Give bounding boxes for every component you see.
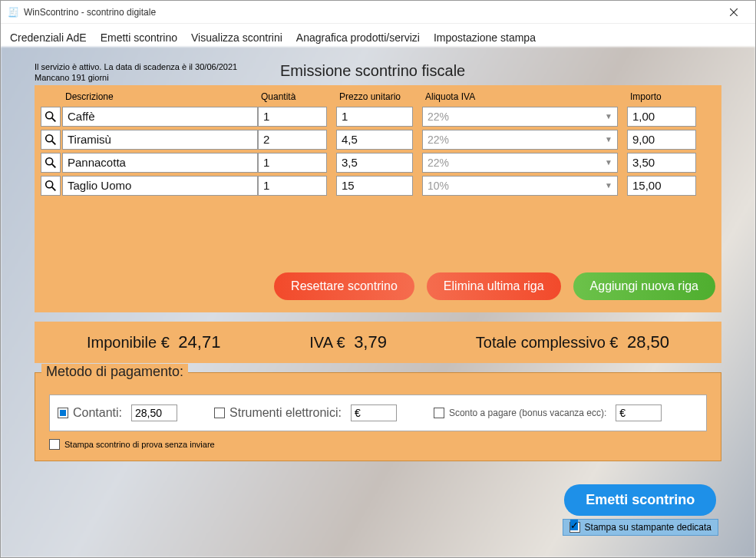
test-print-checkbox[interactable] xyxy=(49,439,60,450)
totale-value: 28,50 xyxy=(627,332,669,352)
table-row: 10%▼ xyxy=(41,176,715,196)
close-button[interactable] xyxy=(718,1,749,24)
emit-button[interactable]: Emetti scontrino xyxy=(564,484,716,516)
imponibile-label: Imponibile € xyxy=(87,334,170,351)
prezzo-input[interactable] xyxy=(336,176,413,196)
aliquota-select[interactable]: 22%▼ xyxy=(422,130,618,150)
quantita-input[interactable] xyxy=(258,107,327,127)
totals-panel: Imponibile € 24,71 IVA € 3,79 Totale com… xyxy=(35,322,721,363)
table-row: 22%▼ xyxy=(41,107,715,127)
search-product-button[interactable] xyxy=(41,130,61,150)
col-importo: Importo xyxy=(627,90,696,104)
window-title: WinScontrino - scontrino digitale xyxy=(24,7,718,18)
quantita-input[interactable] xyxy=(258,130,327,150)
sconto-input[interactable] xyxy=(616,404,662,421)
aliquota-select[interactable]: 22%▼ xyxy=(422,107,618,127)
descrizione-input[interactable] xyxy=(62,153,258,173)
delete-last-row-button[interactable]: Elimina ultima riga xyxy=(427,272,561,300)
strumenti-label: Strumenti elettronici: xyxy=(229,406,342,420)
strumenti-checkbox[interactable] xyxy=(214,408,225,418)
contanti-checkbox[interactable] xyxy=(58,408,68,418)
importo-input[interactable] xyxy=(627,153,696,173)
chevron-down-icon: ▼ xyxy=(605,135,612,144)
table-row: 22%▼ xyxy=(41,153,715,173)
col-prezzo: Prezzo unitario xyxy=(336,90,413,104)
chevron-down-icon: ▼ xyxy=(605,158,612,167)
dedicated-label: Stampa su stampante dedicata xyxy=(585,522,711,533)
svg-point-8 xyxy=(46,180,53,187)
descrizione-input[interactable] xyxy=(62,130,258,150)
line-items-panel: Descrizione Quantità Prezzo unitario Ali… xyxy=(35,85,721,312)
strumenti-input[interactable] xyxy=(351,404,397,421)
page-title: Emissione scontrino fiscale xyxy=(280,62,465,80)
col-aliquota: Aliquota IVA xyxy=(422,90,618,104)
iva-label: IVA € xyxy=(309,334,345,351)
svg-point-2 xyxy=(46,111,53,118)
dedicated-printer-row[interactable]: Stampa su stampante dedicata xyxy=(563,519,718,536)
totale-label: Totale complessivo € xyxy=(476,334,619,351)
svg-point-4 xyxy=(46,134,53,141)
col-quantita: Quantità xyxy=(258,90,327,104)
quantita-input[interactable] xyxy=(258,176,327,196)
dedicated-checkbox[interactable] xyxy=(569,522,580,533)
svg-line-5 xyxy=(52,140,56,144)
col-descrizione: Descrizione xyxy=(62,90,258,104)
status-text: Il servizio è attivo. La data di scadenz… xyxy=(35,62,265,84)
payment-title: Metodo di pagamento: xyxy=(41,364,188,380)
prezzo-input[interactable] xyxy=(336,153,413,173)
importo-input[interactable] xyxy=(627,130,696,150)
contanti-input[interactable] xyxy=(131,404,177,421)
svg-point-6 xyxy=(46,157,53,164)
table-row: 22%▼ xyxy=(41,130,715,150)
descrizione-input[interactable] xyxy=(62,176,258,196)
chevron-down-icon: ▼ xyxy=(605,112,612,121)
quantita-input[interactable] xyxy=(258,153,327,173)
aliquota-select[interactable]: 22%▼ xyxy=(422,153,618,173)
close-icon xyxy=(730,8,738,16)
importo-input[interactable] xyxy=(627,176,696,196)
importo-input[interactable] xyxy=(627,107,696,127)
prezzo-input[interactable] xyxy=(336,130,413,150)
test-print-label: Stampa scontrino di prova senza inviare xyxy=(64,440,215,449)
svg-line-7 xyxy=(52,163,56,167)
payment-panel: Metodo di pagamento: Contanti: Strumenti… xyxy=(35,372,721,461)
svg-line-9 xyxy=(52,187,56,190)
titlebar: 🧾 WinScontrino - scontrino digitale xyxy=(1,1,755,24)
imponibile-value: 24,71 xyxy=(178,332,220,352)
reset-button[interactable]: Resettare scontrino xyxy=(274,272,414,300)
descrizione-input[interactable] xyxy=(62,107,258,127)
sconto-checkbox[interactable] xyxy=(434,408,444,418)
iva-value: 3,79 xyxy=(354,332,387,352)
prezzo-input[interactable] xyxy=(336,107,413,127)
app-icon: 🧾 xyxy=(7,6,19,18)
sconto-label: Sconto a pagare (bonus vacanza ecc): xyxy=(449,408,606,418)
aliquota-select[interactable]: 10%▼ xyxy=(422,176,618,196)
search-product-button[interactable] xyxy=(41,176,61,196)
chevron-down-icon: ▼ xyxy=(605,181,612,190)
contanti-label: Contanti: xyxy=(73,406,122,420)
search-product-button[interactable] xyxy=(41,153,61,173)
svg-line-3 xyxy=(52,117,56,121)
search-product-button[interactable] xyxy=(41,107,61,127)
add-row-button[interactable]: Aggiungi nuova riga xyxy=(573,272,715,300)
